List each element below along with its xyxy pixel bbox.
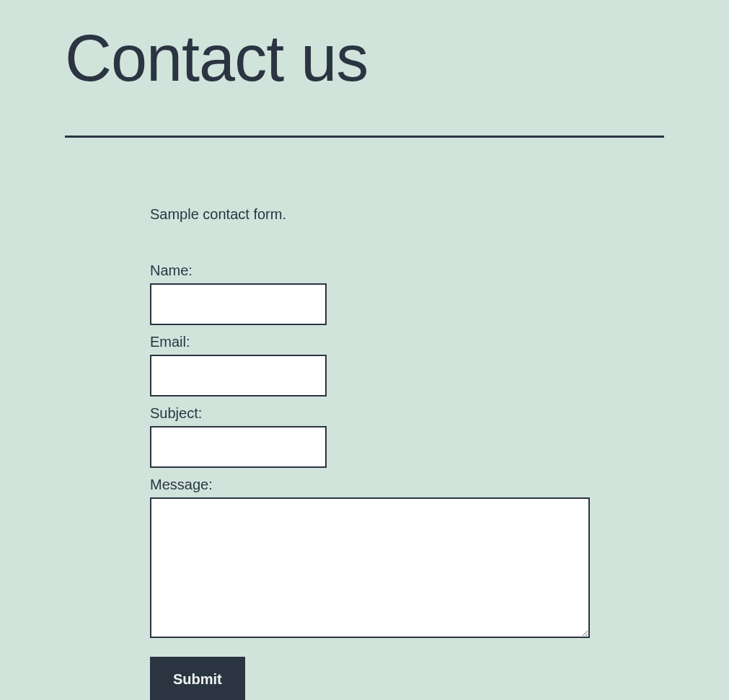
submit-button[interactable]: Submit (150, 657, 245, 700)
email-input[interactable] (150, 355, 327, 396)
page-title: Contact us (65, 22, 664, 96)
subject-field-group: Subject: (150, 405, 606, 468)
intro-text: Sample contact form. (150, 206, 606, 223)
subject-input[interactable] (150, 426, 327, 468)
email-label: Email: (150, 334, 606, 350)
email-field-group: Email: (150, 334, 606, 396)
message-input[interactable] (150, 497, 590, 638)
name-label: Name: (150, 262, 606, 279)
subject-label: Subject: (150, 405, 606, 422)
message-label: Message: (150, 477, 606, 493)
name-input[interactable] (150, 283, 327, 325)
divider (65, 136, 664, 138)
name-field-group: Name: (150, 262, 606, 325)
message-field-group: Message: (150, 477, 606, 641)
contact-form: Name: Email: Subject: Message: Submit (150, 262, 606, 700)
